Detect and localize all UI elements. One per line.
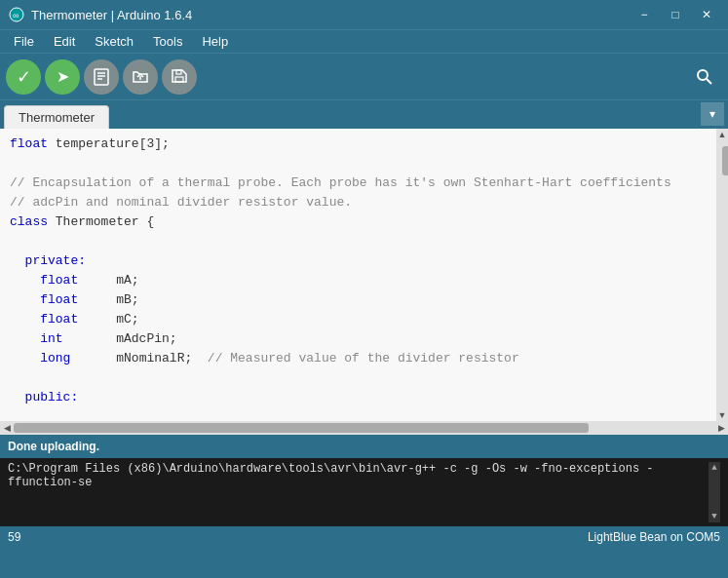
console-status-text: Done uploading.	[8, 440, 99, 453]
window-controls: − □ ✕	[631, 5, 720, 24]
tab-dropdown[interactable]: ▾	[701, 102, 724, 126]
scroll-thumb[interactable]	[722, 146, 728, 175]
code-line	[10, 154, 707, 173]
code-line	[10, 232, 707, 251]
menu-help[interactable]: Help	[192, 32, 238, 51]
console-output: C:\Program Files (x86)\Arduino\hardware\…	[0, 458, 728, 526]
code-line	[10, 368, 707, 388]
code-line: public:	[10, 388, 707, 407]
code-line: class Thermometer {	[10, 212, 707, 232]
menu-edit[interactable]: Edit	[44, 32, 85, 51]
code-line: float mB;	[10, 290, 707, 310]
scroll-up-arrow[interactable]: ▲	[716, 129, 728, 140]
hscroll-track[interactable]	[14, 421, 714, 435]
code-line: // adcPin and nominal divider resistor v…	[10, 193, 707, 212]
code-line: int mAdcPin;	[10, 329, 707, 349]
horizontal-scrollbar[interactable]: ◀ ▶	[0, 421, 728, 435]
svg-text:∞: ∞	[13, 11, 19, 20]
maximize-button[interactable]: □	[662, 5, 689, 24]
save-button[interactable]	[162, 59, 197, 95]
verify-button[interactable]: ✓	[6, 59, 41, 95]
hscroll-thumb[interactable]	[14, 423, 589, 433]
code-line: long mNominalR; // Measured value of the…	[10, 349, 707, 368]
console-scroll-up[interactable]: ▲	[709, 462, 720, 474]
menu-file[interactable]: File	[4, 32, 44, 51]
console-scrollbar[interactable]: ▲ ▼	[709, 462, 720, 522]
minimize-button[interactable]: −	[631, 5, 658, 24]
tabbar: Thermometer ▾	[0, 99, 728, 129]
open-button[interactable]	[123, 59, 158, 95]
code-line	[10, 407, 707, 421]
new-button[interactable]	[84, 59, 119, 95]
svg-point-9	[698, 70, 708, 80]
scroll-down-arrow[interactable]: ▼	[716, 409, 728, 421]
console-status: Done uploading.	[0, 435, 728, 458]
code-line: float mA;	[10, 271, 707, 290]
code-line: float mC;	[10, 310, 707, 329]
vertical-scrollbar[interactable]: ▲ ▼	[716, 129, 728, 421]
hscroll-right-arrow[interactable]: ▶	[714, 421, 728, 435]
svg-rect-8	[176, 70, 181, 74]
close-button[interactable]: ✕	[693, 5, 720, 24]
menu-tools[interactable]: Tools	[143, 32, 192, 51]
menubar: File Edit Sketch Tools Help	[0, 29, 728, 53]
search-icon[interactable]	[687, 59, 722, 95]
line-number: 59	[8, 530, 20, 544]
statusbar: 59 LightBlue Bean on COM5	[0, 526, 728, 548]
code-editor: float temperature[3]; // Encapsulation o…	[0, 129, 728, 421]
svg-line-10	[707, 79, 711, 84]
code-line: private:	[10, 251, 707, 271]
code-line: float temperature[3];	[10, 135, 707, 154]
console-scroll-down[interactable]: ▼	[709, 511, 720, 522]
tab-thermometer[interactable]: Thermometer	[4, 105, 109, 129]
code-line: // Encapsulation of a thermal probe. Eac…	[10, 173, 707, 193]
titlebar: ∞ Thermometer | Arduino 1.6.4 − □ ✕	[0, 0, 728, 29]
code-content[interactable]: float temperature[3]; // Encapsulation o…	[0, 129, 716, 421]
svg-rect-2	[95, 69, 108, 85]
console-line: C:\Program Files (x86)\Arduino\hardware\…	[8, 462, 709, 489]
menu-sketch[interactable]: Sketch	[85, 32, 143, 51]
app-logo: ∞	[8, 6, 25, 23]
upload-button[interactable]: ➤	[45, 59, 80, 95]
console-output-text: C:\Program Files (x86)\Arduino\hardware\…	[8, 462, 709, 522]
toolbar: ✓ ➤	[0, 53, 728, 99]
hscroll-left-arrow[interactable]: ◀	[0, 421, 14, 435]
com-port: LightBlue Bean on COM5	[588, 530, 720, 544]
window-title: Thermometer | Arduino 1.6.4	[31, 8, 631, 22]
